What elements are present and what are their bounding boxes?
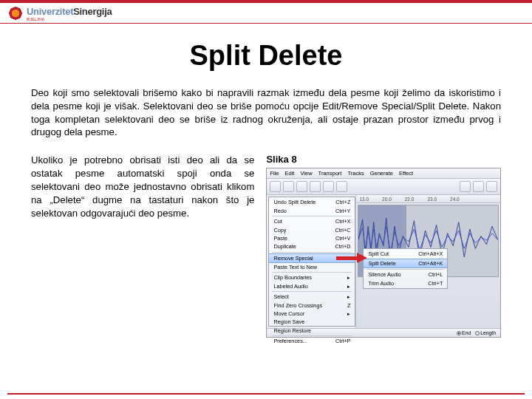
status-opt-length: Length xyxy=(480,330,496,335)
menu-item-hint: Ctrl+P xyxy=(335,338,350,344)
menubar-item[interactable]: Transport xyxy=(318,170,342,177)
menu-item-label: Undo Split Delete xyxy=(273,199,316,205)
menu-item[interactable]: CopyCtrl+C xyxy=(269,225,355,233)
toolbar-button[interactable] xyxy=(270,181,281,192)
menu-item-hint: ▸ xyxy=(347,293,350,300)
app-screenshot: FileEditViewTransportTracksGenerateEffec… xyxy=(266,168,501,338)
menu-item[interactable]: Region Restore xyxy=(269,327,355,335)
toolbar-button[interactable] xyxy=(283,181,294,192)
menu-item[interactable]: Preferences...Ctrl+P xyxy=(269,337,355,345)
menubar-item[interactable]: Effect xyxy=(399,170,413,177)
menu-item-hint: ▸ xyxy=(347,274,350,281)
menu-item-label: Region Save xyxy=(273,318,304,325)
brand-text: UniverzitetSinergija xyxy=(27,6,112,17)
ruler-tick: 20.0 xyxy=(382,197,392,202)
menu-item-label: Split Delete xyxy=(368,260,395,267)
footer-rule xyxy=(7,393,525,395)
menu-item[interactable]: Move Cursor▸ xyxy=(269,310,355,318)
menu-item-label: Duplicate xyxy=(273,243,296,250)
remove-special-submenu[interactable]: Split CutCtrl+Alt+XSplit DeleteCtrl+Alt+… xyxy=(363,248,448,289)
menu-item[interactable]: CutCtrl+X xyxy=(269,217,355,225)
menu-item[interactable]: Undo Split DeleteCtrl+Z xyxy=(269,198,355,206)
callout-arrow-icon xyxy=(336,253,367,262)
menu-item[interactable]: DuplicateCtrl+D xyxy=(269,242,355,250)
ruler-tick: 23.0 xyxy=(427,197,437,202)
menu-item-label: Paste Text to New xyxy=(273,264,317,270)
menu-item-label: Trim Audio xyxy=(368,280,394,287)
radio-icon[interactable] xyxy=(475,331,480,335)
app-toolbar xyxy=(267,179,500,195)
toolbar-button[interactable] xyxy=(310,181,321,192)
paragraph-2: Ukoliko je potrebno obrisati isti deo al… xyxy=(31,154,254,219)
menu-item-hint: Z xyxy=(347,302,350,309)
logo-icon xyxy=(7,5,24,21)
menu-separator xyxy=(366,269,444,270)
app-menubar: FileEditViewTransportTracksGenerateEffec… xyxy=(267,168,500,179)
menu-item[interactable]: Paste Text to New xyxy=(269,263,355,271)
menu-item-label: Split Cut xyxy=(368,250,389,257)
menubar-item[interactable]: Generate xyxy=(370,170,393,177)
menu-separator xyxy=(272,272,352,273)
menu-item[interactable]: Select▸ xyxy=(269,293,355,301)
menu-item-hint: Ctrl+Alt+X xyxy=(418,250,443,257)
menu-item-hint: ▸ xyxy=(347,283,350,290)
menu-item-hint: ▸ xyxy=(347,310,350,317)
menu-item-hint: Ctrl+Y xyxy=(335,208,350,214)
menu-item-label: Silence Audio xyxy=(368,271,400,278)
menu-item[interactable]: Clip Boundaries▸ xyxy=(269,273,355,282)
time-ruler: 13.020.022.023.024.0 xyxy=(356,195,500,203)
toolbar-button[interactable] xyxy=(323,181,334,192)
menu-item-label: Labeled Audio xyxy=(273,283,307,290)
menu-item[interactable]: Region Save xyxy=(269,318,355,326)
menubar-item[interactable]: Tracks xyxy=(347,170,364,177)
menu-item-hint: Ctrl+C xyxy=(335,227,351,233)
menu-item[interactable]: Find Zero CrossingsZ xyxy=(269,301,355,309)
ruler-tick: 22.0 xyxy=(405,197,415,202)
menu-item-hint: Ctrl+Alt+K xyxy=(418,260,443,267)
menu-item-hint: Ctrl+Z xyxy=(335,199,350,205)
menu-item-label: Select xyxy=(273,293,288,300)
toolbar-button[interactable] xyxy=(296,181,307,192)
menu-item-hint: Ctrl+X xyxy=(335,218,350,225)
paragraph-1: Deo koji smo selektovali brišemo kako bi… xyxy=(31,86,501,139)
toolbar-button[interactable] xyxy=(473,181,484,192)
page-title: Split Delete xyxy=(0,40,532,72)
menu-item[interactable]: Split CutCtrl+Alt+X xyxy=(364,250,447,258)
menu-item-label: Cut xyxy=(273,218,282,225)
header-bar: UniverzitetSinergija BIJELJINA xyxy=(0,0,532,24)
brand-logo: UniverzitetSinergija BIJELJINA xyxy=(7,4,112,21)
menu-separator xyxy=(272,216,352,216)
menu-item[interactable]: Split DeleteCtrl+Alt+K xyxy=(364,259,447,268)
menu-item-hint: Ctrl+T xyxy=(428,280,443,287)
menubar-item[interactable]: Edit xyxy=(285,170,295,177)
menu-item[interactable]: PasteCtrl+V xyxy=(269,234,355,242)
menu-item-label: Find Zero Crossings xyxy=(273,302,322,309)
toolbar-button[interactable] xyxy=(486,181,497,192)
menu-separator xyxy=(272,335,352,336)
menu-item-label: Remove Special xyxy=(273,255,313,262)
brand-sub: BIJELJINA xyxy=(27,18,112,21)
toolbar-button[interactable] xyxy=(336,181,347,192)
menu-item-label: Move Cursor xyxy=(273,310,304,317)
menu-item-label: Preferences... xyxy=(273,338,307,344)
menu-separator xyxy=(272,291,352,292)
menu-item-hint: Ctrl+L xyxy=(429,271,443,278)
menu-item-label: Redo xyxy=(273,208,286,214)
menu-item[interactable]: Labeled Audio▸ xyxy=(269,282,355,290)
radio-icon[interactable] xyxy=(457,331,461,335)
ruler-tick: 13.0 xyxy=(359,197,369,202)
menu-item-hint: Ctrl+V xyxy=(335,235,350,242)
menu-separator xyxy=(272,252,352,253)
menubar-item[interactable]: File xyxy=(270,170,279,177)
ruler-tick: 24.0 xyxy=(450,197,460,202)
status-opt-end: End xyxy=(462,330,471,335)
toolbar-button[interactable] xyxy=(460,181,471,192)
figure-caption: Slika 8 xyxy=(266,154,501,165)
menu-item[interactable]: Silence AudioCtrl+L xyxy=(364,270,447,279)
menu-item-label: Copy xyxy=(273,227,286,233)
menu-item[interactable]: Trim AudioCtrl+T xyxy=(364,279,447,287)
menu-item-hint: Ctrl+D xyxy=(335,243,351,250)
menu-item[interactable]: RedoCtrl+Y xyxy=(269,207,355,215)
menu-item-label: Paste xyxy=(273,235,287,242)
menubar-item[interactable]: View xyxy=(300,170,312,177)
